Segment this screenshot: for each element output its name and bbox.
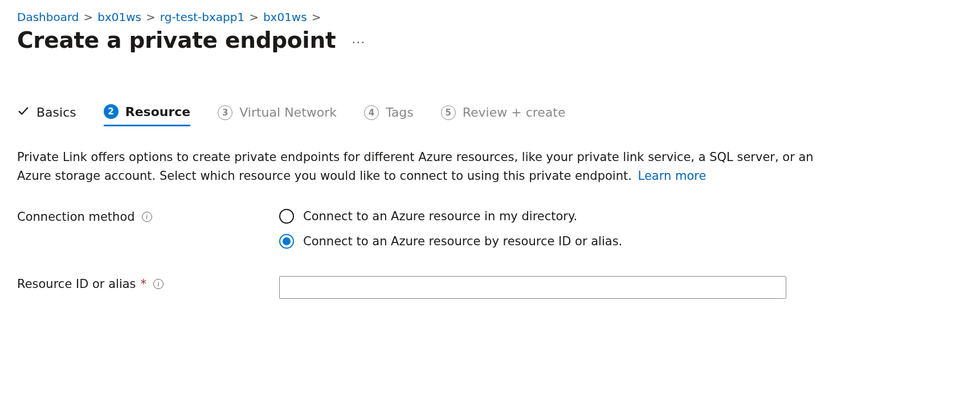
field-resource-id: Resource ID or alias * i — [17, 276, 963, 299]
radio-label: Connect to an Azure resource by resource… — [303, 234, 622, 248]
radio-connect-directory[interactable]: Connect to an Azure resource in my direc… — [279, 209, 792, 224]
radio-icon — [279, 209, 294, 224]
page-header: Create a private endpoint ··· — [17, 27, 963, 53]
chevron-right-icon: > — [312, 10, 321, 24]
breadcrumb-item[interactable]: bx01ws — [263, 10, 307, 24]
page-title: Create a private endpoint — [17, 27, 336, 53]
step-index-badge: 4 — [364, 105, 379, 120]
breadcrumb-item[interactable]: bx01ws — [97, 10, 141, 24]
step-index-badge: 3 — [218, 105, 232, 120]
step-description: Private Link offers options to create pr… — [17, 148, 815, 185]
wizard-steps: Basics 2 Resource 3 Virtual Network 4 Ta… — [17, 104, 963, 126]
field-label: Connection method — [17, 210, 135, 224]
chevron-right-icon: > — [146, 10, 156, 24]
tab-tags[interactable]: 4 Tags — [364, 105, 414, 126]
tab-label: Review + create — [463, 105, 566, 120]
info-icon[interactable]: i — [153, 279, 164, 289]
tab-label: Virtual Network — [239, 105, 337, 120]
learn-more-link[interactable]: Learn more — [638, 169, 707, 183]
tab-virtual-network[interactable]: 3 Virtual Network — [218, 105, 337, 126]
tab-resource[interactable]: 2 Resource — [104, 104, 191, 126]
step-index-badge: 2 — [104, 104, 119, 119]
tab-basics[interactable]: Basics — [17, 105, 76, 126]
tab-label: Resource — [125, 105, 191, 119]
field-connection-method: Connection method i Connect to an Azure … — [17, 209, 963, 249]
check-icon — [17, 105, 30, 120]
tab-label: Basics — [36, 105, 76, 120]
connection-method-radio-group: Connect to an Azure resource in my direc… — [279, 209, 792, 249]
tab-label: Tags — [386, 105, 414, 120]
radio-icon — [279, 234, 294, 249]
info-icon[interactable]: i — [142, 212, 152, 222]
resource-id-input[interactable] — [279, 276, 786, 299]
tab-review-create[interactable]: 5 Review + create — [441, 105, 566, 126]
breadcrumb-item[interactable]: rg-test-bxapp1 — [160, 10, 244, 24]
radio-label: Connect to an Azure resource in my direc… — [303, 209, 577, 223]
breadcrumb: Dashboard > bx01ws > rg-test-bxapp1 > bx… — [17, 10, 963, 24]
field-label: Resource ID or alias — [17, 277, 136, 291]
chevron-right-icon: > — [249, 10, 259, 24]
more-actions-button[interactable]: ··· — [352, 31, 365, 50]
chevron-right-icon: > — [84, 10, 93, 24]
step-index-badge: 5 — [441, 105, 456, 120]
breadcrumb-item[interactable]: Dashboard — [17, 10, 79, 24]
radio-connect-resource-id[interactable]: Connect to an Azure resource by resource… — [279, 234, 792, 249]
required-marker: * — [141, 277, 147, 291]
